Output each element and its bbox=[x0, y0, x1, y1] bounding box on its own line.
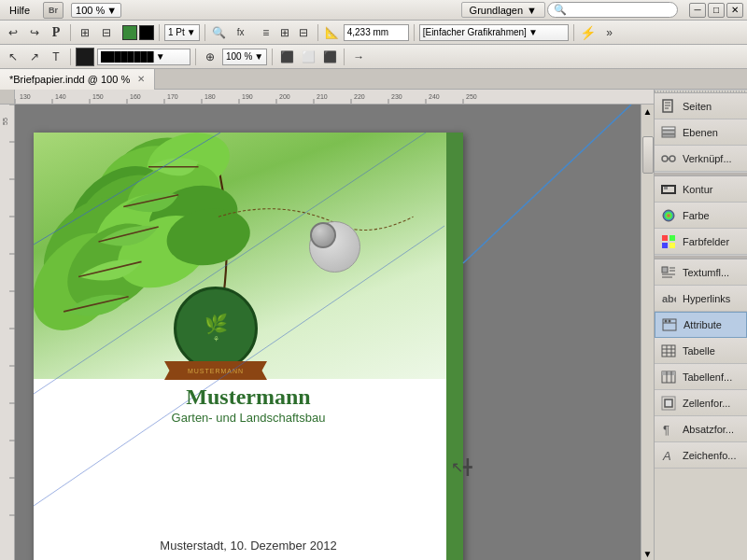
tb-distribute[interactable]: ⊞ bbox=[275, 23, 294, 42]
scroll-down-btn[interactable]: ▼ bbox=[641, 547, 654, 560]
ruler-corner bbox=[0, 90, 15, 105]
cursor-indicator: ↖╋ bbox=[451, 458, 472, 476]
panel-item-zellenfor[interactable]: Zellenfor... bbox=[655, 390, 747, 416]
tb-p-tool[interactable]: P bbox=[47, 23, 65, 42]
svg-rect-66 bbox=[662, 131, 675, 133]
frame-style-select[interactable]: [Einfacher Grafikrahmen] ▼ bbox=[419, 24, 569, 41]
main-area: 130 140 150 160 170 180 190 bbox=[0, 90, 747, 560]
tb2-direct-select[interactable]: ↗ bbox=[25, 48, 44, 66]
panel-item-ebenen[interactable]: Ebenen bbox=[655, 119, 747, 146]
workspace-selector[interactable]: Grundlagen ▼ bbox=[461, 2, 545, 18]
tb-zoom-in[interactable]: 🔍 bbox=[210, 23, 229, 42]
panel-item-verknuepf[interactable]: Verknüpf... bbox=[655, 146, 747, 172]
panel-item-seiten[interactable]: Seiten bbox=[655, 93, 747, 119]
scroll-thumb[interactable] bbox=[642, 136, 654, 174]
logo-banner: MUSTERMANN bbox=[164, 361, 267, 380]
bridge-button[interactable]: Br bbox=[43, 2, 63, 19]
tb2-align-left[interactable]: ⬛ bbox=[277, 48, 296, 66]
tb-extra[interactable]: » bbox=[600, 23, 619, 42]
panel-item-attribute[interactable]: Attribute bbox=[655, 312, 747, 338]
scroll-up-btn[interactable]: ▲ bbox=[641, 105, 654, 118]
seiten-label: Seiten bbox=[683, 101, 712, 112]
panel-item-absatzfor[interactable]: ¶ Absatzfor... bbox=[655, 416, 747, 442]
address-text: Musterstadt, 10. Dezember 2012 bbox=[160, 539, 336, 553]
tb2-arrow[interactable]: → bbox=[349, 48, 368, 66]
dimension-input[interactable]: 4,233 mm bbox=[344, 24, 409, 41]
color-select[interactable]: ████████ ▼ bbox=[97, 49, 190, 65]
color-swatch bbox=[122, 25, 154, 40]
tb-fx[interactable]: fx bbox=[232, 23, 250, 42]
company-name: Mustermann bbox=[186, 385, 310, 410]
vertical-scrollbar[interactable]: ▲ ▼ bbox=[641, 105, 654, 560]
svg-text:160: 160 bbox=[130, 93, 141, 100]
svg-point-68 bbox=[662, 156, 668, 161]
farbfelder-label: Farbfelder bbox=[683, 236, 729, 247]
tab-close-button[interactable]: ✕ bbox=[137, 74, 145, 84]
tb-align[interactable]: ≡ bbox=[257, 23, 275, 42]
verknuepf-label: Verknüpf... bbox=[683, 153, 732, 164]
zoom-selector[interactable]: 100 % ▼ bbox=[71, 3, 121, 18]
ruler-vertical: 55 bbox=[0, 105, 15, 560]
farbe-label: Farbe bbox=[683, 210, 710, 221]
tb2-select[interactable]: ↖ bbox=[4, 48, 22, 66]
stroke-width-select[interactable]: 1 Pt ▼ bbox=[164, 24, 200, 41]
tb-ruler-icon[interactable]: 📐 bbox=[323, 23, 342, 42]
svg-rect-77 bbox=[669, 243, 675, 248]
kontur-icon bbox=[660, 181, 677, 198]
panel-item-zeichenfor[interactable]: A Zeichenfo... bbox=[655, 442, 747, 469]
toolbar-1: ↩ ↪ P ⊞ ⊟ 1 Pt ▼ 🔍 fx ≡ ⊞ ⊟ 📐 4,233 mm [… bbox=[0, 21, 747, 45]
tb2-align-right[interactable]: ⬛ bbox=[320, 48, 339, 66]
absatzfor-icon: ¶ bbox=[660, 421, 677, 438]
svg-text:190: 190 bbox=[242, 93, 253, 100]
tb-lightning[interactable]: ⚡ bbox=[579, 23, 598, 42]
zoom-pct-select[interactable]: 100 % ▼ bbox=[222, 49, 267, 65]
panel-item-farbe[interactable]: Farbe bbox=[655, 203, 747, 229]
inner-circle bbox=[310, 222, 336, 248]
company-subtitle: Garten- und Landschaftsbau bbox=[172, 411, 326, 425]
textumfl-label: Textumfl... bbox=[683, 267, 729, 278]
kontur-label: Kontur bbox=[683, 184, 712, 195]
attribute-icon bbox=[661, 316, 678, 333]
verknuepf-icon bbox=[660, 150, 677, 167]
tb2-zoom[interactable]: ⊕ bbox=[201, 48, 219, 66]
separator bbox=[159, 24, 160, 41]
svg-text:240: 240 bbox=[429, 93, 440, 100]
stroke-color[interactable] bbox=[139, 25, 154, 40]
menu-bar: Hilfe Br 100 % ▼ Grundlagen ▼ 🔍 ─ □ ✕ bbox=[0, 0, 747, 21]
tb-distribute2[interactable]: ⊟ bbox=[294, 23, 313, 42]
svg-text:220: 220 bbox=[354, 93, 365, 100]
tb2-align-center[interactable]: ⬜ bbox=[299, 48, 317, 66]
tb-undo[interactable]: ↩ bbox=[4, 23, 22, 42]
svg-text:230: 230 bbox=[391, 93, 402, 100]
svg-rect-88 bbox=[662, 345, 675, 357]
svg-text:130: 130 bbox=[20, 93, 31, 100]
stroke-swatch-dark[interactable] bbox=[76, 48, 94, 66]
panel-item-textumfl[interactable]: Textumfl... bbox=[655, 259, 747, 286]
svg-text:170: 170 bbox=[167, 93, 178, 100]
panel-item-kontur[interactable]: Kontur bbox=[655, 176, 747, 203]
separator bbox=[414, 24, 415, 41]
svg-text:180: 180 bbox=[204, 93, 216, 100]
canvas-container[interactable]: 🌿 ⚘ MUSTERMANN bbox=[15, 105, 641, 560]
panel-item-hyperlinks[interactable]: abc Hyperlinks bbox=[655, 286, 747, 312]
separator bbox=[70, 49, 71, 65]
close-button[interactable]: ✕ bbox=[726, 3, 743, 18]
fill-color[interactable] bbox=[122, 25, 137, 40]
doc-content: 🌿 ⚘ MUSTERMANN bbox=[34, 133, 463, 560]
tb2-type[interactable]: T bbox=[47, 48, 65, 66]
maximize-button[interactable]: □ bbox=[708, 3, 725, 18]
panel-item-farbfelder[interactable]: Farbfelder bbox=[655, 229, 747, 255]
menu-hilfe[interactable]: Hilfe bbox=[4, 3, 35, 18]
tb-redo[interactable]: ↪ bbox=[25, 23, 44, 42]
document-tab[interactable]: *Briefpapier.indd @ 100 % ✕ bbox=[0, 69, 155, 90]
panel-item-tabelle[interactable]: Tabelle bbox=[655, 338, 747, 364]
tb-snap[interactable]: ⊞ bbox=[76, 23, 94, 42]
logo-tree-icon: 🌿 bbox=[204, 315, 228, 333]
panel-item-tabellenf[interactable]: Tabellenf... bbox=[655, 364, 747, 390]
tb-grid[interactable]: ⊟ bbox=[97, 23, 116, 42]
search-box[interactable]: 🔍 bbox=[547, 2, 678, 18]
separator bbox=[195, 49, 196, 65]
ruler-area: 130 140 150 160 170 180 190 bbox=[0, 90, 654, 105]
minimize-button[interactable]: ─ bbox=[689, 3, 706, 18]
textumfl-icon bbox=[660, 264, 677, 281]
